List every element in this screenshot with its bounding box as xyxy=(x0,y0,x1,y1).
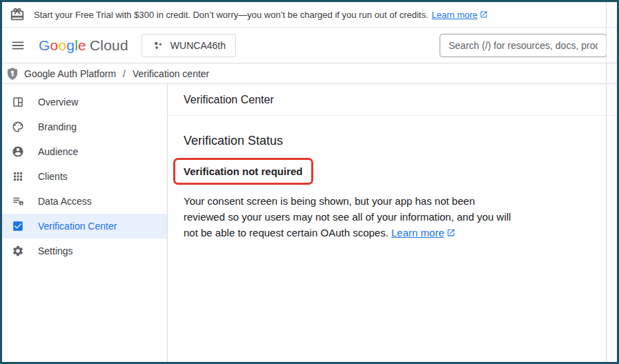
google-logo-wordmark: Google xyxy=(39,37,86,54)
external-link-icon xyxy=(446,228,455,237)
project-selector-button[interactable]: WUNCA46th xyxy=(141,34,236,57)
search-input[interactable] xyxy=(440,34,607,57)
console-header: Google Cloud WUNCA46th xyxy=(2,28,617,63)
logo-letter: e xyxy=(78,37,86,53)
logo-letter: G xyxy=(39,37,50,53)
sidebar-nav: OverviewBrandingAudienceClientsData Acce… xyxy=(2,84,168,362)
verification-status-value: Verification not required xyxy=(184,165,303,177)
status-description-text: Your consent screen is being shown, but … xyxy=(184,195,511,239)
branding-icon xyxy=(12,121,24,133)
sidebar-item-label: Overview xyxy=(38,97,78,108)
auth-platform-shield-icon xyxy=(6,67,19,81)
logo-letter: g xyxy=(66,37,75,53)
main-panel: Verification Center Verification Status … xyxy=(168,84,617,362)
gift-icon xyxy=(10,7,25,22)
audience-icon xyxy=(12,145,24,158)
page-title-row: Verification Center xyxy=(168,84,617,116)
sidebar-item-clients[interactable]: Clients xyxy=(2,164,167,189)
banner-learn-more-link[interactable]: Learn more xyxy=(432,10,478,20)
external-link-icon xyxy=(480,10,488,19)
sidebar-item-data-access[interactable]: Data Access xyxy=(2,189,167,214)
sidebar-item-audience[interactable]: Audience xyxy=(2,139,167,164)
verification-center-icon xyxy=(12,220,24,232)
settings-icon xyxy=(12,245,24,257)
sidebar-item-verification-center[interactable]: Verification Center xyxy=(2,214,167,239)
free-trial-banner: Start your Free Trial with $300 in credi… xyxy=(2,2,617,28)
sidebar-item-label: Clients xyxy=(38,171,68,182)
status-learn-more-link[interactable]: Learn more xyxy=(391,227,444,239)
hamburger-menu-icon[interactable] xyxy=(2,38,32,53)
google-cloud-logo[interactable]: Google Cloud xyxy=(39,37,128,54)
sidebar-item-label: Settings xyxy=(38,245,73,256)
verification-status-annotation-box: Verification not required xyxy=(173,158,313,185)
overview-icon xyxy=(12,96,24,108)
logo-letter: o xyxy=(50,37,59,53)
viewport-edge-divider xyxy=(606,2,607,362)
logo-letter: o xyxy=(58,37,66,53)
verification-status-heading: Verification Status xyxy=(184,134,600,148)
status-description: Your consent screen is being shown, but … xyxy=(184,193,598,241)
sidebar-item-label: Verification Center xyxy=(38,221,117,232)
sidebar-item-label: Branding xyxy=(38,121,77,132)
banner-text: Start your Free Trial with $300 in credi… xyxy=(34,10,429,20)
project-dots-icon xyxy=(152,39,164,52)
sidebar-item-settings[interactable]: Settings xyxy=(2,239,167,263)
project-name: WUNCA46th xyxy=(170,40,226,51)
screenshot-frame: Start your Free Trial with $300 in credi… xyxy=(0,0,619,364)
breadcrumb-item-auth-platform[interactable]: Google Auth Platform xyxy=(24,68,116,79)
sidebar-item-overview[interactable]: Overview xyxy=(2,90,167,114)
sidebar-item-label: Data Access xyxy=(38,196,92,207)
cloud-console-app: Start your Free Trial with $300 in credi… xyxy=(2,2,617,362)
page-title: Verification Center xyxy=(184,94,274,106)
breadcrumb-separator: / xyxy=(121,68,128,79)
breadcrumb: Google Auth Platform / Verification cent… xyxy=(2,63,617,84)
data-access-icon xyxy=(12,195,24,208)
page-body: OverviewBrandingAudienceClientsData Acce… xyxy=(2,84,617,362)
verification-content: Verification Status Verification not req… xyxy=(168,116,617,241)
sidebar-item-label: Audience xyxy=(38,146,78,157)
clients-icon xyxy=(12,170,24,183)
sidebar-item-branding[interactable]: Branding xyxy=(2,114,167,139)
cloud-logo-text: Cloud xyxy=(90,37,128,54)
breadcrumb-item-verification-center: Verification center xyxy=(132,68,209,79)
